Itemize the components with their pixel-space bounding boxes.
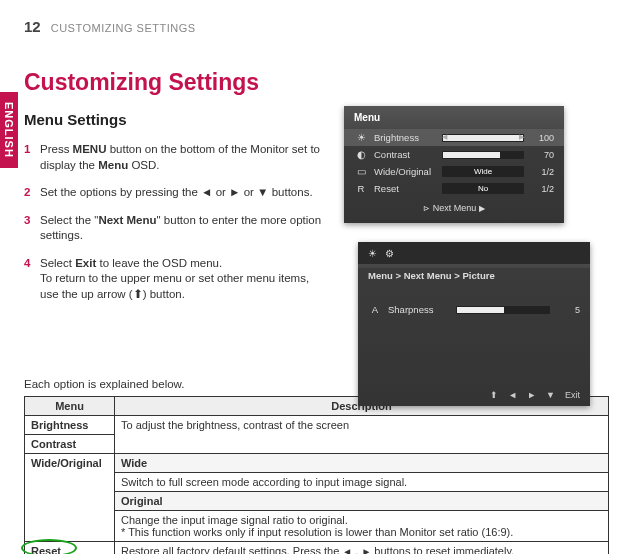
osd-row-brightness[interactable]: ☀ Brightness ◀▶ 100	[344, 129, 564, 146]
osd-label: Contrast	[374, 149, 436, 160]
step-text: Select the "Next Menu" button to enter t…	[40, 213, 324, 244]
osd-label: Brightness	[374, 132, 436, 143]
page-number: 12	[24, 18, 41, 35]
osd-row-sharpness[interactable]: A Sharpness 5	[358, 301, 590, 318]
cell-menu: Brightness	[25, 416, 115, 435]
osd-label: Wide/Original	[374, 166, 436, 177]
options-table: Menu Description Brightness To adjust th…	[24, 396, 609, 554]
right-triangle-icon: ▶	[479, 204, 485, 213]
osd-slider-fill	[443, 152, 500, 158]
section-title: CUSTOMIZING SETTINGS	[51, 22, 196, 34]
step-number: 4	[24, 256, 40, 303]
step-2: 2 Set the options by pressing the ◄ or ►…	[24, 185, 324, 201]
row-wide-head: Wide/Original Wide	[25, 454, 609, 473]
step-number: 3	[24, 213, 40, 244]
osd-row-wideoriginal[interactable]: ▭ Wide/Original Wide 1/2	[344, 163, 564, 180]
step-text: Set the options by pressing the ◄ or ► o…	[40, 185, 324, 201]
row-reset: Reset Restore all factory default settin…	[25, 542, 609, 554]
osd-slider-fill	[443, 135, 523, 141]
left-icon[interactable]: ◄	[508, 390, 517, 400]
cell-description: To adjust the brightness, contrast of th…	[115, 416, 609, 454]
sharpness-icon: A	[368, 304, 382, 315]
osd-row-contrast[interactable]: ◐ Contrast 70	[344, 146, 564, 163]
cell-description: Change the input image signal ratio to o…	[115, 511, 609, 542]
osd-select[interactable]: Wide	[442, 166, 524, 177]
main-title: Customizing Settings	[24, 69, 609, 96]
osd-menu-title: Menu	[344, 106, 564, 129]
cell-description: Switch to full screen mode according to …	[115, 473, 609, 492]
up-icon[interactable]: ⬆	[490, 390, 498, 400]
osd-select[interactable]: No	[442, 183, 524, 194]
osd-value: 1/2	[530, 184, 554, 194]
osd-menu-panel: Menu ☀ Brightness ◀▶ 100 ◐ Contrast 70 ▭…	[344, 106, 564, 223]
step-number: 2	[24, 185, 40, 201]
cell-menu-reset: Reset	[25, 542, 115, 554]
language-tab: ENGLISH	[0, 92, 18, 168]
cell-description: Restore all factory default settings. Pr…	[115, 542, 609, 554]
step-3: 3 Select the "Next Menu" button to enter…	[24, 213, 324, 244]
osd-value: 70	[530, 150, 554, 160]
brightness-icon: ☀	[354, 132, 368, 143]
cell-subhead: Wide	[115, 454, 609, 473]
step-number: 1	[24, 142, 40, 173]
right-icon[interactable]: ►	[527, 390, 536, 400]
osd-slider[interactable]: ◀▶	[442, 134, 524, 142]
cell-subhead: Original	[115, 492, 609, 511]
step-text: Select Exit to leave the OSD menu. To re…	[40, 256, 324, 303]
osd-label: Reset	[374, 183, 436, 194]
osd-breadcrumb: Menu > Next Menu > Picture	[358, 264, 590, 287]
exit-button[interactable]: Exit	[565, 390, 580, 400]
settings-icon: ⚙	[385, 248, 394, 259]
reset-icon: R	[354, 183, 368, 194]
step-4: 4 Select Exit to leave the OSD menu. To …	[24, 256, 324, 303]
sub-title: Menu Settings	[24, 110, 324, 130]
right-triangle-icon: ►	[361, 546, 371, 554]
cell-menu: Contrast	[25, 435, 115, 454]
aspect-icon: ▭	[354, 166, 368, 177]
osd-iconbar: ☀ ⚙	[358, 242, 590, 264]
col-menu: Menu	[25, 397, 115, 416]
row-brightness: Brightness To adjust the brightness, con…	[25, 416, 609, 435]
osd-value: 100	[530, 133, 554, 143]
osd-label: Sharpness	[388, 304, 450, 315]
osd-value: 1/2	[530, 167, 554, 177]
left-triangle-icon: ⊳	[423, 204, 430, 213]
step-1: 1 Press MENU button on the bottom of the…	[24, 142, 324, 173]
osd-footer: ⬆ ◄ ► ▼ Exit	[490, 390, 580, 400]
osd-row-reset[interactable]: R Reset No 1/2	[344, 180, 564, 197]
up-arrow-icon: ⬆	[133, 288, 143, 300]
osd-slider[interactable]	[442, 151, 524, 159]
osd-picture-panel: ☀ ⚙ Menu > Next Menu > Picture A Sharpne…	[358, 242, 590, 406]
left-triangle-icon: ◄	[342, 546, 352, 554]
osd-next-menu[interactable]: ⊳ Next Menu ▶	[344, 197, 564, 215]
contrast-icon: ◐	[354, 149, 368, 160]
down-icon[interactable]: ▼	[546, 390, 555, 400]
brightness-icon: ☀	[368, 248, 377, 259]
osd-slider-fill	[457, 307, 504, 313]
osd-slider[interactable]	[456, 306, 550, 314]
osd-next-label: Next Menu	[433, 203, 477, 213]
osd-value: 5	[556, 305, 580, 315]
cell-menu: Wide/Original	[25, 454, 115, 542]
step-text: Press MENU button on the bottom of the M…	[40, 142, 324, 173]
page-header: 12 CUSTOMIZING SETTINGS	[24, 18, 609, 35]
